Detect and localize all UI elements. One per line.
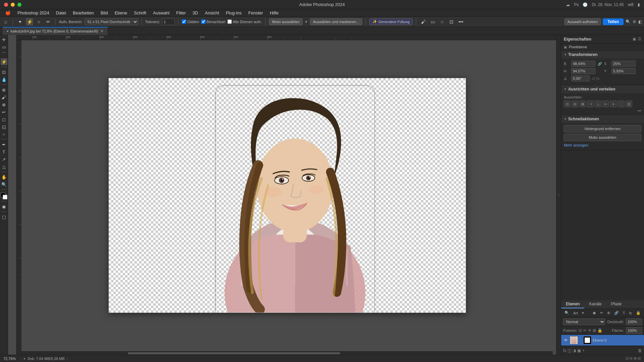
y-input[interactable]	[611, 68, 636, 74]
menu-bearbeiten[interactable]: Bearbeiten	[70, 10, 97, 16]
transform-header[interactable]: ▼ Transformieren	[561, 51, 644, 59]
canvas-area[interactable]: 100 200 300 400 500 600 700 800	[8, 35, 556, 355]
fix-transparent-icon[interactable]: ⊡	[579, 328, 582, 333]
tool-hand[interactable]: ✋	[1, 174, 7, 180]
opacity-input[interactable]	[626, 318, 642, 325]
distribute-h[interactable]: ≡	[610, 101, 617, 107]
layer-delete-button[interactable]: 🗑	[638, 348, 642, 353]
arrow-more[interactable]: ›	[67, 357, 68, 360]
h-scrollbar[interactable]	[21, 351, 553, 355]
align-left[interactable]: ⊡	[564, 101, 571, 107]
menu-fenster[interactable]: Fenster	[246, 10, 266, 16]
mehr-anzeigen-link[interactable]: Mehr anzeigen	[564, 142, 641, 148]
layer-eye-icon[interactable]: 👁	[563, 338, 569, 343]
tool-history-brush[interactable]: ↩	[1, 109, 7, 115]
angle-right-icon[interactable]: ▷	[597, 76, 600, 81]
layer-adj-button[interactable]: ◑	[573, 348, 576, 353]
motiv-auswaehlen-button[interactable]: Motiv auswählen	[269, 18, 303, 25]
angle-input[interactable]	[571, 75, 590, 81]
prop-layer-icon[interactable]: ☰	[638, 37, 641, 41]
distribute-space[interactable]: |||	[626, 101, 632, 107]
document-tab[interactable]: ● kaikutzki54.jpg bei 72,8% (Ebene 0, Eb…	[3, 27, 108, 35]
menu-ansicht[interactable]: Ansicht	[202, 10, 222, 16]
canvas-document[interactable]	[109, 78, 466, 313]
tool-paint[interactable]: 🖌	[420, 18, 427, 25]
benachbart-checkbox[interactable]	[201, 19, 206, 24]
tool-home[interactable]: ⌂	[2, 18, 9, 25]
x-input[interactable]	[611, 61, 636, 67]
panel-collapse-button[interactable]: ‹	[556, 35, 561, 355]
menu-filter[interactable]: Filter	[173, 10, 189, 16]
angle-left-icon[interactable]: ◁	[592, 76, 595, 81]
tool-gradient[interactable]: ◱	[1, 123, 7, 130]
canvas-viewport[interactable]	[21, 40, 553, 351]
tool-crop[interactable]: ⊡	[1, 69, 7, 75]
fix-transform-icon[interactable]: ✛	[588, 328, 591, 333]
glatten-wrap[interactable]: Glätten	[182, 19, 199, 24]
layer-search-icon[interactable]: 🔍	[563, 310, 571, 316]
tool-shape[interactable]: △	[1, 163, 7, 170]
align-top[interactable]: ⊣	[587, 101, 594, 107]
layer-fx-button[interactable]: fx	[563, 348, 566, 353]
tab-pfade[interactable]: Pfade	[606, 300, 626, 308]
layer-text-icon[interactable]: T	[622, 310, 627, 316]
layer-filter-type[interactable]: Art	[572, 310, 579, 316]
layer-effect-icon[interactable]: fx	[628, 310, 633, 316]
tool-lasso[interactable]: ○	[35, 18, 43, 25]
tool-zoom[interactable]: 🔍	[1, 181, 7, 188]
tab-ebenen[interactable]: Ebenen	[561, 300, 584, 308]
blend-mode-select[interactable]: Normal	[563, 318, 605, 325]
benachbart-wrap[interactable]: Benachbart	[201, 19, 225, 24]
h-scrollbar-thumb[interactable]	[128, 352, 340, 354]
hintergrund-entfernen-button[interactable]: Hintergrund entfernen	[564, 125, 641, 132]
menu-3d[interactable]: 3D	[190, 10, 201, 16]
layer-edit-icon[interactable]: ✏	[599, 310, 604, 316]
tool-dodge[interactable]: ○	[1, 131, 7, 137]
tool-quickmask[interactable]: ◉	[1, 203, 7, 210]
color-swatches[interactable]	[1, 193, 7, 199]
auswaehlen-maskieren-button[interactable]: Auswählen und maskieren...	[310, 18, 362, 25]
tool-dots[interactable]: •••	[457, 18, 465, 25]
tool-magic-wand[interactable]: ⚡	[26, 18, 33, 25]
settings-icon[interactable]: ⚙	[633, 19, 636, 24]
menu-apple[interactable]: 🍎	[3, 10, 13, 16]
menu-hilfe[interactable]: Hilfe	[267, 10, 281, 16]
layer-lock-icon[interactable]: 🔒	[635, 310, 642, 316]
fix-all-icon[interactable]: 🔒	[597, 328, 602, 333]
motiv-auswaehlen-button2[interactable]: Motiv auswählen	[564, 134, 641, 141]
tool-screen-mode[interactable]: ▢	[1, 214, 7, 220]
alle-ebenen-checkbox[interactable]	[227, 19, 232, 24]
tool-move[interactable]: ✛	[1, 36, 7, 43]
h-input[interactable]	[571, 68, 595, 74]
layer-group-button[interactable]: ▣	[577, 348, 581, 353]
fix-paint-icon[interactable]: ✏	[583, 328, 587, 333]
maximize-button[interactable]	[17, 3, 21, 7]
glatten-checkbox[interactable]	[182, 19, 186, 24]
tool-pen[interactable]: ✏	[45, 18, 52, 25]
dropdown-arrow[interactable]: ▾	[305, 19, 307, 24]
prop-pixel-icon[interactable]: ▣	[633, 37, 636, 41]
layer-row-0[interactable]: 👁 Ebene 0	[561, 335, 644, 346]
tool-transform2[interactable]: ⊡	[448, 18, 455, 25]
menu-schrift[interactable]: Schrift	[131, 10, 149, 16]
layer-visibility-icon[interactable]: ◉	[591, 310, 597, 316]
flaeche-input[interactable]	[626, 327, 642, 334]
layer-new-button[interactable]: +	[582, 348, 585, 353]
tool-select-rect[interactable]: ▭	[1, 44, 7, 50]
auswahl-aufheben-button[interactable]: Auswahl aufheben	[565, 18, 601, 25]
tab-close-icon[interactable]: ✕	[100, 29, 104, 34]
close-button[interactable]	[4, 3, 8, 7]
tool-text[interactable]: T	[1, 148, 7, 155]
tool-clone[interactable]: ⊗	[1, 101, 7, 108]
titlebar-controls[interactable]	[4, 3, 21, 7]
search-icon[interactable]: 🔍	[626, 19, 631, 24]
schnellaktionen-header[interactable]: ▼ Schnellaktionen	[561, 115, 644, 123]
menu-ebene[interactable]: Ebene	[112, 10, 130, 16]
tool-eyedrop[interactable]: 💧	[1, 76, 7, 83]
tool-pen-l[interactable]: ✒	[1, 141, 7, 148]
menu-datei[interactable]: Datei	[53, 10, 69, 16]
align-header[interactable]: ▼ Ausrichten und verteilen	[561, 85, 644, 93]
layer-adjust-icon[interactable]: ⊕	[606, 310, 611, 316]
align-bottom[interactable]: ⊢	[602, 101, 609, 107]
tool-rect[interactable]: ▭	[429, 18, 436, 25]
